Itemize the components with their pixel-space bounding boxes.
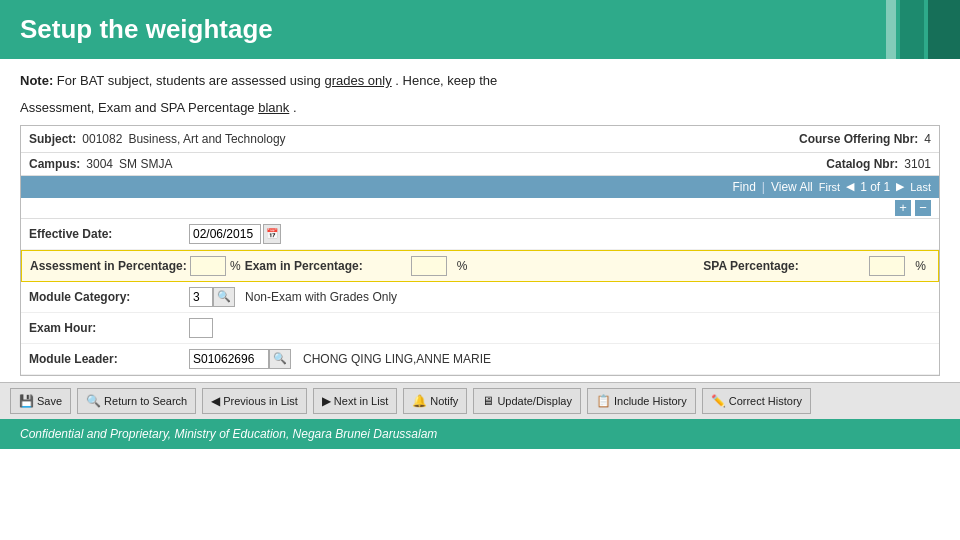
notify-label: Notify — [430, 395, 458, 407]
next-icon: ▶ — [322, 394, 331, 408]
include-history-button[interactable]: 📋 Include History — [587, 388, 696, 414]
effective-date-label: Effective Date: — [29, 227, 189, 241]
nav-bar: Find | View All First ◀ 1 of 1 ▶ Last — [21, 176, 939, 198]
subject-cell: Subject: 001082 Business, Art and Techno… — [29, 132, 799, 146]
course-offering-label: Course Offering Nbr: — [799, 132, 918, 146]
date-picker-button[interactable]: 📅 — [263, 224, 281, 244]
return-to-search-label: Return to Search — [104, 395, 187, 407]
save-button[interactable]: 💾 Save — [10, 388, 71, 414]
subject-name: Business, Art and Technology — [128, 132, 285, 146]
note-text5: . Hence, keep the — [395, 73, 497, 88]
notify-icon: 🔔 — [412, 394, 427, 408]
prev-icon: ◀ — [211, 394, 220, 408]
update-display-button[interactable]: 🖥 Update/Display — [473, 388, 581, 414]
prev-nav[interactable]: ◀ — [846, 180, 854, 193]
campus-row: Campus: 3004 SM SMJA Catalog Nbr: 3101 — [21, 153, 939, 176]
first-nav[interactable]: First — [819, 181, 840, 193]
note-line2-text: Assessment, Exam and SPA Percentage — [20, 100, 258, 115]
module-category-text: Non-Exam with Grades Only — [245, 290, 397, 304]
exam-hour-input[interactable] — [189, 318, 213, 338]
spa-pct-label: SPA Percentage: — [703, 259, 863, 273]
footer: Confidential and Proprietary, Ministry o… — [0, 419, 960, 449]
main-content: Note: For BAT subject, students are asse… — [0, 59, 960, 376]
effective-date-row: Effective Date: 📅 — [21, 219, 939, 250]
spa-pct-symbol: % — [915, 259, 926, 273]
note-text1: For BAT subject, students are assessed — [57, 73, 290, 88]
save-icon: 💾 — [19, 394, 34, 408]
catalog-nbr-value: 3101 — [904, 157, 931, 171]
module-leader-name: CHONG QING LING,ANNE MARIE — [303, 352, 491, 366]
assessment-pct-input[interactable] — [190, 256, 226, 276]
exam-hour-label: Exam Hour: — [29, 321, 189, 335]
note-grades-only: grades only — [324, 73, 391, 88]
course-offering-value: 4 — [924, 132, 931, 146]
detail-section: Effective Date: 📅 Assessment in Percenta… — [21, 219, 939, 375]
footer-text: Confidential and Proprietary, Ministry o… — [20, 427, 437, 441]
subject-code: 001082 — [82, 132, 122, 146]
return-icon: 🔍 — [86, 394, 101, 408]
campus-name: SM SMJA — [119, 157, 172, 171]
update-icon: 🖥 — [482, 394, 494, 408]
include-history-label: Include History — [614, 395, 687, 407]
exam-pct-input[interactable] — [411, 256, 447, 276]
include-history-icon: 📋 — [596, 394, 611, 408]
last-nav[interactable]: Last — [910, 181, 931, 193]
module-leader-input[interactable] — [189, 349, 269, 369]
percentage-row: Assessment in Percentage: % Exam in Perc… — [21, 250, 939, 282]
header-decoration — [886, 0, 960, 59]
note-line2-end: . — [293, 100, 297, 115]
spa-pct-input[interactable] — [869, 256, 905, 276]
module-category-lookup[interactable]: 🔍 — [213, 287, 235, 307]
update-display-label: Update/Display — [497, 395, 572, 407]
subject-label: Subject: — [29, 132, 76, 146]
module-leader-row: Module Leader: 🔍 CHONG QING LING,ANNE MA… — [21, 344, 939, 375]
catalog-nbr-cell: Catalog Nbr: 3101 — [826, 157, 931, 171]
note-label: Note: — [20, 73, 53, 88]
campus-code: 3004 — [86, 157, 113, 171]
next-in-list-button[interactable]: ▶ Next in List — [313, 388, 397, 414]
save-label: Save — [37, 395, 62, 407]
correct-history-label: Correct History — [729, 395, 802, 407]
module-category-row: Module Category: 🔍 Non-Exam with Grades … — [21, 282, 939, 313]
next-in-list-label: Next in List — [334, 395, 388, 407]
module-leader-label: Module Leader: — [29, 352, 189, 366]
bottom-toolbar: 💾 Save 🔍 Return to Search ◀ Previous in … — [0, 382, 960, 419]
previous-in-list-label: Previous in List — [223, 395, 298, 407]
add-remove-buttons: + − — [21, 198, 939, 219]
remove-row-button[interactable]: − — [915, 200, 931, 216]
module-category-input[interactable] — [189, 287, 213, 307]
module-leader-lookup[interactable]: 🔍 — [269, 349, 291, 369]
course-offering-cell: Course Offering Nbr: 4 — [799, 132, 931, 146]
note-blank: blank — [258, 100, 289, 115]
assessment-pct-label: Assessment in Percentage: — [30, 259, 190, 273]
campus-cell: Campus: 3004 SM SMJA — [29, 157, 826, 171]
exam-pct-label: Exam in Percentage: — [245, 259, 405, 273]
exam-hour-row: Exam Hour: — [21, 313, 939, 344]
effective-date-input[interactable] — [189, 224, 261, 244]
exam-section: Exam in Percentage: % — [245, 256, 704, 276]
campus-label: Campus: — [29, 157, 80, 171]
view-all-link[interactable]: View All — [771, 180, 813, 194]
spa-section: SPA Percentage: % — [703, 256, 930, 276]
page-title: Setup the weightage — [20, 14, 273, 45]
find-link[interactable]: Find — [733, 180, 756, 194]
correct-history-icon: ✏️ — [711, 394, 726, 408]
note-line2: Assessment, Exam and SPA Percentage blan… — [20, 98, 940, 119]
notify-button[interactable]: 🔔 Notify — [403, 388, 467, 414]
next-nav[interactable]: ▶ — [896, 180, 904, 193]
form-container: Subject: 001082 Business, Art and Techno… — [20, 125, 940, 376]
exam-pct-symbol: % — [457, 259, 468, 273]
catalog-nbr-label: Catalog Nbr: — [826, 157, 898, 171]
page-header: Setup the weightage — [0, 0, 960, 59]
assessment-pct-symbol: % — [230, 259, 241, 273]
module-category-label: Module Category: — [29, 290, 189, 304]
previous-in-list-button[interactable]: ◀ Previous in List — [202, 388, 307, 414]
note-text2: using — [290, 73, 321, 88]
return-to-search-button[interactable]: 🔍 Return to Search — [77, 388, 196, 414]
subject-row: Subject: 001082 Business, Art and Techno… — [21, 126, 939, 153]
note-paragraph: Note: For BAT subject, students are asse… — [20, 71, 940, 92]
correct-history-button[interactable]: ✏️ Correct History — [702, 388, 811, 414]
add-row-button[interactable]: + — [895, 200, 911, 216]
page-info: 1 of 1 — [860, 180, 890, 194]
